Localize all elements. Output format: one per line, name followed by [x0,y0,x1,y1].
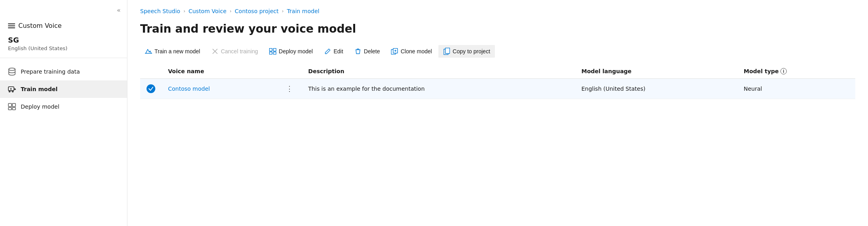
svg-rect-5 [8,103,12,107]
svg-point-4 [12,91,14,92]
project-language: English (United States) [8,45,67,51]
svg-rect-14 [274,52,276,55]
breadcrumb-sep-2: › [230,8,232,14]
delete-button[interactable]: Delete [350,45,385,58]
th-type: Model type i [737,64,855,79]
clone-icon [391,48,398,55]
svg-rect-7 [8,107,12,110]
prepare-label: Prepare training data [21,68,80,75]
sidebar: « Custom Voice SG English (United States… [0,0,127,226]
collapse-icon[interactable]: « [117,6,121,14]
train-label: Train model [21,86,58,92]
sidebar-project: SG English (United States) [0,36,127,58]
main-content: Speech Studio › Custom Voice › Contoso p… [127,0,868,226]
row-language: English (United States) [575,79,737,99]
deploy-model-icon [269,48,276,55]
train-new-label: Train a new model [154,48,200,55]
svg-point-0 [9,68,15,70]
breadcrumb-custom-voice[interactable]: Custom Voice [188,8,226,14]
breadcrumb-sep-3: › [282,8,284,14]
th-more [277,64,302,79]
edit-label: Edit [334,48,343,55]
row-description: This is an example for the documentation [302,79,575,99]
edit-button[interactable]: Edit [319,45,348,58]
row-check-icon [147,84,155,93]
train-new-button[interactable]: Train a new model [140,45,205,58]
table-row[interactable]: Contoso model ⋮ This is an example for t… [140,79,855,99]
cancel-training-label: Cancel training [221,48,258,55]
svg-rect-20 [445,48,450,54]
deploy-model-button[interactable]: Deploy model [264,45,318,58]
sidebar-item-train[interactable]: Train model [0,80,127,98]
breadcrumb-sep-1: › [184,8,186,14]
delete-icon [354,48,362,55]
svg-rect-13 [270,52,272,55]
sidebar-item-prepare[interactable]: Prepare training data [0,63,127,80]
svg-rect-12 [274,49,276,51]
svg-point-3 [9,91,10,92]
th-select [140,64,162,79]
clone-model-button[interactable]: Clone model [386,45,437,58]
copy-to-project-label: Copy to project [453,48,490,55]
collapse-btn[interactable]: « [0,6,127,19]
train-nav-icon [8,85,16,93]
model-type-info-icon[interactable]: i [780,68,787,74]
breadcrumb-contoso-project[interactable]: Contoso project [235,8,279,14]
clone-model-label: Clone model [401,48,432,55]
sidebar-title: Custom Voice [0,19,127,36]
cylinder-icon [8,68,16,76]
sidebar-title-label: Custom Voice [18,22,62,29]
svg-rect-11 [270,49,272,51]
row-voice-name[interactable]: Contoso model [162,79,277,99]
th-description: Description [302,64,575,79]
deploy-model-label: Deploy model [279,48,313,55]
deploy-nav-icon [8,103,16,111]
row-more-cell[interactable]: ⋮ [277,79,302,99]
cancel-training-button[interactable]: Cancel training [207,45,263,58]
breadcrumb: Speech Studio › Custom Voice › Contoso p… [140,8,855,14]
th-language: Model language [575,64,737,79]
breadcrumb-speech-studio[interactable]: Speech Studio [140,8,180,14]
row-type: Neural [737,79,855,99]
models-table: Voice name Description Model language Mo… [140,64,855,99]
train-new-icon [145,48,152,55]
delete-label: Delete [364,48,380,55]
sidebar-nav: Prepare training data Train model [0,58,127,120]
copy-to-project-button[interactable]: Copy to project [438,45,495,58]
edit-icon [324,48,331,55]
deploy-label: Deploy model [21,103,59,110]
svg-rect-6 [12,103,16,107]
cancel-training-icon [211,48,219,55]
breadcrumb-current: Train model [287,8,320,14]
svg-rect-2 [10,88,12,90]
project-abbreviation: SG [8,36,119,44]
page-title: Train and review your voice model [140,22,855,35]
th-voice-name: Voice name [162,64,277,79]
toolbar: Train a new model Cancel training [140,45,855,58]
row-select-cell[interactable] [140,79,162,99]
row-more-button[interactable]: ⋮ [283,84,295,94]
voice-name-link[interactable]: Contoso model [168,86,210,92]
svg-rect-8 [12,107,16,110]
sidebar-item-deploy[interactable]: Deploy model [0,98,127,115]
hamburger-icon [8,23,15,28]
copy-icon [443,48,450,55]
